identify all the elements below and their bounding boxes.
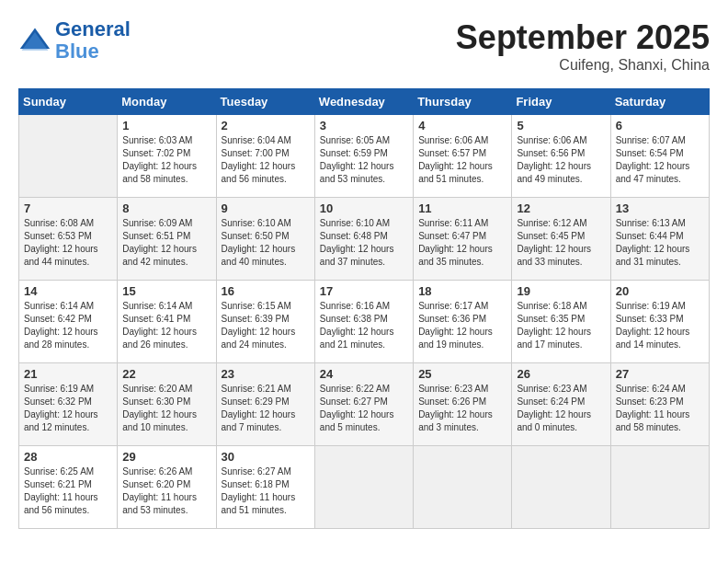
cell-info: Sunrise: 6:27 AM Sunset: 6:18 PM Dayligh… [222, 465, 310, 517]
header-cell-monday: Monday [118, 89, 216, 115]
day-number: 16 [222, 284, 310, 298]
day-number: 28 [24, 450, 112, 464]
sunset-label: Sunset: 6:59 PM [320, 148, 388, 158]
daylight-label: Daylight: 12 hours and 3 minutes. [418, 409, 493, 432]
daylight-label: Daylight: 12 hours and 37 minutes. [320, 244, 394, 267]
calendar-cell: 17 Sunrise: 6:16 AM Sunset: 6:38 PM Dayl… [314, 281, 413, 363]
daylight-label: Daylight: 12 hours and 53 minutes. [320, 161, 394, 184]
sunrise-label: Sunrise: 6:23 AM [517, 384, 586, 394]
sunrise-label: Sunrise: 6:09 AM [122, 218, 192, 228]
sunrise-label: Sunrise: 6:20 AM [122, 384, 192, 394]
cell-info: Sunrise: 6:19 AM Sunset: 6:33 PM Dayligh… [616, 300, 704, 351]
logo-line2: Blue [55, 40, 99, 63]
calendar-cell: 21 Sunrise: 6:19 AM Sunset: 6:32 PM Dayl… [19, 363, 118, 446]
daylight-label: Daylight: 12 hours and 44 minutes. [24, 244, 98, 267]
sunrise-label: Sunrise: 6:19 AM [616, 301, 686, 311]
cell-info: Sunrise: 6:24 AM Sunset: 6:23 PM Dayligh… [616, 383, 704, 434]
daylight-label: Daylight: 12 hours and 26 minutes. [122, 327, 197, 350]
calendar-cell: 24 Sunrise: 6:22 AM Sunset: 6:27 PM Dayl… [314, 363, 413, 446]
cell-info: Sunrise: 6:09 AM Sunset: 6:51 PM Dayligh… [122, 217, 210, 269]
cell-info: Sunrise: 6:06 AM Sunset: 6:57 PM Dayligh… [418, 134, 506, 186]
day-number: 12 [517, 201, 605, 215]
day-number: 25 [418, 367, 506, 381]
daylight-label: Daylight: 11 hours and 53 minutes. [122, 492, 197, 515]
logo-icon [18, 24, 51, 57]
calendar-cell: 25 Sunrise: 6:23 AM Sunset: 6:26 PM Dayl… [414, 363, 512, 446]
calendar-cell [314, 446, 413, 529]
calendar-table: SundayMondayTuesdayWednesdayThursdayFrid… [18, 88, 710, 529]
sunset-label: Sunset: 6:38 PM [320, 314, 388, 324]
daylight-label: Daylight: 12 hours and 31 minutes. [616, 244, 690, 267]
sunset-label: Sunset: 6:18 PM [222, 479, 290, 489]
cell-info: Sunrise: 6:23 AM Sunset: 6:24 PM Dayligh… [517, 383, 605, 434]
sunrise-label: Sunrise: 6:04 AM [222, 135, 291, 145]
sunset-label: Sunset: 6:44 PM [616, 231, 684, 241]
week-row-0: 1 Sunrise: 6:03 AM Sunset: 7:02 PM Dayli… [19, 115, 710, 198]
sunset-label: Sunset: 6:32 PM [24, 396, 92, 407]
daylight-label: Daylight: 12 hours and 40 minutes. [222, 244, 296, 267]
sunrise-label: Sunrise: 6:11 AM [418, 218, 488, 228]
calendar-cell: 15 Sunrise: 6:14 AM Sunset: 6:41 PM Dayl… [118, 281, 216, 363]
calendar-cell: 29 Sunrise: 6:26 AM Sunset: 6:20 PM Dayl… [118, 446, 216, 529]
day-number: 3 [320, 119, 408, 132]
sunset-label: Sunset: 6:51 PM [122, 231, 190, 241]
cell-info: Sunrise: 6:20 AM Sunset: 6:30 PM Dayligh… [122, 383, 210, 434]
calendar-cell: 7 Sunrise: 6:08 AM Sunset: 6:53 PM Dayli… [19, 198, 118, 281]
daylight-label: Daylight: 12 hours and 42 minutes. [122, 244, 197, 267]
sunrise-label: Sunrise: 6:16 AM [320, 301, 390, 311]
cell-info: Sunrise: 6:13 AM Sunset: 6:44 PM Dayligh… [616, 217, 704, 269]
cell-info: Sunrise: 6:25 AM Sunset: 6:21 PM Dayligh… [24, 465, 112, 517]
sunrise-label: Sunrise: 6:08 AM [24, 218, 94, 228]
cell-info: Sunrise: 6:14 AM Sunset: 6:41 PM Dayligh… [122, 300, 210, 351]
day-number: 8 [122, 201, 210, 215]
sunset-label: Sunset: 6:50 PM [222, 231, 290, 241]
calendar-cell: 4 Sunrise: 6:06 AM Sunset: 6:57 PM Dayli… [414, 115, 512, 198]
calendar-cell: 11 Sunrise: 6:11 AM Sunset: 6:47 PM Dayl… [414, 198, 512, 281]
daylight-label: Daylight: 12 hours and 58 minutes. [122, 161, 197, 184]
sunset-label: Sunset: 6:24 PM [517, 396, 585, 407]
sunrise-label: Sunrise: 6:10 AM [320, 218, 390, 228]
sunrise-label: Sunrise: 6:27 AM [222, 466, 291, 477]
calendar-cell: 18 Sunrise: 6:17 AM Sunset: 6:36 PM Dayl… [414, 281, 512, 363]
sunset-label: Sunset: 6:56 PM [517, 148, 585, 158]
day-number: 2 [222, 119, 310, 132]
day-number: 9 [222, 201, 310, 215]
header-cell-thursday: Thursday [414, 89, 512, 115]
cell-info: Sunrise: 6:10 AM Sunset: 6:48 PM Dayligh… [320, 217, 408, 269]
day-number: 6 [616, 119, 704, 132]
cell-info: Sunrise: 6:03 AM Sunset: 7:02 PM Dayligh… [122, 134, 210, 186]
day-number: 10 [320, 201, 408, 215]
sunset-label: Sunset: 6:41 PM [122, 314, 190, 324]
daylight-label: Daylight: 12 hours and 7 minutes. [222, 409, 296, 432]
day-number: 19 [517, 284, 605, 298]
cell-info: Sunrise: 6:15 AM Sunset: 6:39 PM Dayligh… [222, 300, 310, 351]
sunset-label: Sunset: 6:54 PM [616, 148, 684, 158]
sunrise-label: Sunrise: 6:10 AM [222, 218, 291, 228]
sunrise-label: Sunrise: 6:25 AM [24, 466, 94, 477]
daylight-label: Daylight: 11 hours and 51 minutes. [222, 492, 296, 515]
daylight-label: Daylight: 11 hours and 56 minutes. [24, 492, 98, 515]
header-cell-saturday: Saturday [610, 89, 709, 115]
calendar-cell: 28 Sunrise: 6:25 AM Sunset: 6:21 PM Dayl… [19, 446, 118, 529]
day-number: 1 [122, 119, 210, 132]
calendar-cell [512, 446, 610, 529]
daylight-label: Daylight: 12 hours and 21 minutes. [320, 327, 394, 350]
cell-info: Sunrise: 6:21 AM Sunset: 6:29 PM Dayligh… [222, 383, 310, 434]
calendar-cell: 10 Sunrise: 6:10 AM Sunset: 6:48 PM Dayl… [314, 198, 413, 281]
cell-info: Sunrise: 6:17 AM Sunset: 6:36 PM Dayligh… [418, 300, 506, 351]
cell-info: Sunrise: 6:14 AM Sunset: 6:42 PM Dayligh… [24, 300, 112, 351]
day-number: 7 [24, 201, 112, 215]
sunset-label: Sunset: 6:35 PM [517, 314, 585, 324]
cell-info: Sunrise: 6:18 AM Sunset: 6:35 PM Dayligh… [517, 300, 605, 351]
cell-info: Sunrise: 6:22 AM Sunset: 6:27 PM Dayligh… [320, 383, 408, 434]
cell-info: Sunrise: 6:04 AM Sunset: 7:00 PM Dayligh… [222, 134, 310, 186]
sunset-label: Sunset: 6:45 PM [517, 231, 585, 241]
calendar-cell: 16 Sunrise: 6:15 AM Sunset: 6:39 PM Dayl… [216, 281, 314, 363]
daylight-label: Daylight: 12 hours and 35 minutes. [418, 244, 493, 267]
sunrise-label: Sunrise: 6:03 AM [122, 135, 192, 145]
daylight-label: Daylight: 12 hours and 28 minutes. [24, 327, 98, 350]
daylight-label: Daylight: 12 hours and 19 minutes. [418, 327, 493, 350]
sunset-label: Sunset: 6:21 PM [24, 479, 92, 489]
cell-info: Sunrise: 6:07 AM Sunset: 6:54 PM Dayligh… [616, 134, 704, 186]
calendar-cell [610, 446, 709, 529]
